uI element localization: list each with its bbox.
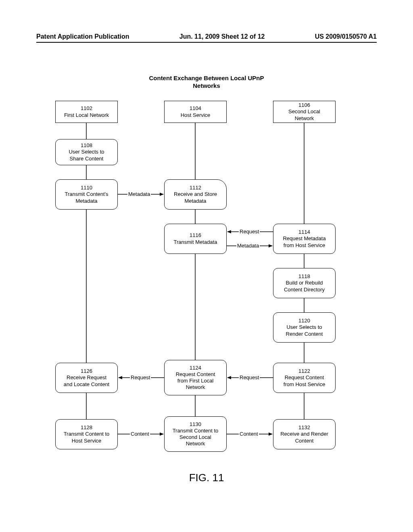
1126-l1: Receive Request (67, 374, 106, 381)
box-1124: 1124 Request Content from First Local Ne… (164, 360, 227, 395)
1132-id: 1132 (298, 424, 310, 431)
1132-l1: Receive and Render (280, 431, 328, 437)
diagram-title: Content Exchange Between Local UPnP Netw… (0, 75, 413, 90)
1110-l1: Transmit Content's (65, 191, 108, 197)
box-1122: 1122 Request Content from Host Service (273, 363, 336, 393)
1124-l2: from First Local (177, 378, 214, 384)
1122-l1: Request Content (285, 374, 324, 381)
header-center: Jun. 11, 2009 Sheet 12 of 12 (179, 33, 265, 40)
1132-l2: Content (295, 438, 314, 444)
lane-first-id: 1102 (81, 105, 92, 112)
1120-l1: User Selects to (286, 324, 322, 330)
box-1126: 1126 Receive Request and Locate Content (55, 363, 118, 393)
1120-id: 1120 (298, 318, 310, 324)
1108-l2: Share Content (70, 156, 104, 162)
1116-l1: Transmit Metadata (174, 239, 217, 245)
1128-id: 1128 (81, 424, 92, 431)
lbl-request-1: Request (239, 229, 260, 235)
lane-second-label1: Second Local (288, 108, 320, 115)
box-1112: 1112 Receive and Store Metadata (164, 179, 227, 210)
1130-id: 1130 (190, 421, 201, 428)
1108-l1: User Selects to (69, 149, 104, 155)
1130-l1: Transmit Content to (173, 428, 219, 434)
page: Patent Application Publication Jun. 11, … (0, 0, 413, 532)
1112-l2: Metadata (184, 198, 206, 204)
box-1130: 1130 Transmit Content to Second Local Ne… (164, 416, 227, 452)
1114-id: 1114 (298, 229, 310, 235)
1124-l1: Request Content (176, 371, 215, 378)
1122-id: 1122 (298, 368, 310, 374)
1118-id: 1118 (298, 273, 310, 280)
1128-l2: Host Service (72, 438, 102, 444)
box-1128: 1128 Transmit Content to Host Service (55, 419, 118, 449)
lane-second: 1106 Second Local Network (273, 101, 336, 123)
lbl-metadata-2: Metadata (236, 243, 260, 249)
1126-l2: and Locate Content (64, 381, 109, 388)
lane-host: 1104 Host Service (164, 101, 227, 123)
header-left: Patent Application Publication (36, 33, 129, 40)
1118-l2: Content Directory (284, 287, 325, 293)
box-1108: 1108 User Selects to Share Content (55, 139, 118, 165)
1114-l1: Request Metadata (283, 235, 325, 242)
box-1110: 1110 Transmit Content's Metadata (55, 179, 118, 210)
lane-host-label: Host Service (181, 112, 211, 118)
lane-host-id: 1104 (190, 105, 201, 112)
1128-l1: Transmit Content to (64, 431, 110, 437)
1112-id: 1112 (190, 185, 201, 191)
1124-l3: Network (186, 384, 205, 391)
1116-id: 1116 (190, 232, 201, 239)
lbl-request-3: Request (130, 374, 151, 380)
1110-l2: Metadata (75, 198, 97, 204)
lbl-content-1: Content (130, 431, 150, 437)
1130-l3: Network (186, 441, 205, 447)
1110-id: 1110 (81, 185, 92, 191)
lane-first-label: First Local Network (64, 112, 109, 118)
title-line-1: Content Exchange Between Local UPnP (149, 75, 264, 81)
lane-second-label2: Network (295, 115, 314, 122)
lbl-metadata-1: Metadata (127, 191, 151, 197)
lbl-request-2: Request (239, 374, 260, 380)
1130-l2: Second Local (179, 434, 211, 441)
box-1118: 1118 Build or Rebuild Content Directory (273, 268, 336, 298)
box-1120: 1120 User Selects to Render Content (273, 312, 336, 343)
box-1114: 1114 Request Metadata from Host Service (273, 224, 336, 254)
1124-id: 1124 (190, 365, 201, 371)
1112-l1: Receive and Store (174, 191, 217, 197)
header-right: US 2009/0150570 A1 (315, 33, 377, 40)
1118-l1: Build or Rebuild (286, 280, 323, 286)
box-1132: 1132 Receive and Render Content (273, 419, 336, 449)
figure-caption: FIG. 11 (0, 472, 413, 484)
title-line-2: Networks (193, 82, 220, 89)
lane-second-id: 1106 (298, 102, 310, 108)
lane-first: 1102 First Local Network (55, 101, 118, 123)
1108-id: 1108 (81, 142, 92, 149)
box-1116: 1116 Transmit Metadata (164, 224, 227, 254)
1114-l2: from Host Service (284, 242, 325, 249)
header-rule (36, 42, 377, 43)
1126-id: 1126 (81, 368, 92, 374)
page-header: Patent Application Publication Jun. 11, … (36, 33, 377, 40)
1120-l2: Render Content (286, 331, 323, 337)
1122-l2: from Host Service (284, 381, 325, 388)
lbl-content-2: Content (239, 431, 259, 437)
